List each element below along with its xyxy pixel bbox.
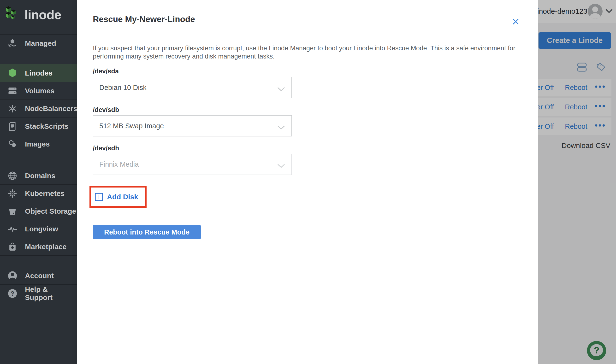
- sidebar-item-label: Managed: [25, 39, 56, 48]
- sidebar-item-label: Account: [25, 272, 54, 280]
- chevron-down-icon: [277, 162, 285, 170]
- select-dev-sdh-value: Finnix Media: [99, 160, 139, 168]
- help-icon: ?: [0, 288, 25, 299]
- domains-icon: [0, 170, 25, 181]
- sidebar: linode Managed Linodes Volumes NodeB: [0, 0, 77, 364]
- field-label-dev-sda: /dev/sda: [93, 68, 119, 75]
- select-dev-sdh[interactable]: Finnix Media: [93, 154, 292, 175]
- object-storage-icon: [0, 206, 25, 217]
- select-dev-sdb[interactable]: 512 MB Swap Image: [93, 115, 292, 136]
- sidebar-item-label: Longview: [25, 225, 58, 233]
- select-dev-sdb-value: 512 MB Swap Image: [99, 122, 164, 130]
- reboot-into-rescue-mode-button[interactable]: Reboot into Rescue Mode: [93, 225, 201, 239]
- chevron-down-icon: [277, 124, 285, 132]
- sidebar-item-object-storage[interactable]: Object Storage: [0, 202, 77, 220]
- sidebar-nav: Managed Linodes Volumes NodeBalancers: [0, 34, 77, 302]
- sidebar-item-account[interactable]: Account: [0, 267, 77, 284]
- nodebalancers-icon: [0, 103, 25, 114]
- linode-logo-icon: [5, 6, 21, 24]
- annotation-highlight-box: Add Disk: [90, 186, 146, 208]
- volumes-icon: [0, 86, 25, 96]
- longview-icon: [0, 224, 25, 234]
- sidebar-item-label: Volumes: [25, 87, 54, 95]
- add-disk-label: Add Disk: [107, 193, 138, 201]
- sidebar-item-domains[interactable]: Domains: [0, 167, 77, 184]
- images-icon: [0, 139, 25, 149]
- kubernetes-icon: [0, 188, 25, 199]
- sidebar-divider: [0, 153, 77, 167]
- sidebar-item-label: Marketplace: [25, 243, 66, 251]
- sidebar-item-label: Images: [25, 140, 50, 148]
- modal-title: Rescue My-Newer-Linode: [93, 14, 195, 24]
- sidebar-divider: [0, 255, 77, 267]
- linode-logo-text: linode: [25, 8, 61, 21]
- sidebar-item-label: NodeBalancers: [25, 104, 77, 113]
- marketplace-icon: [0, 241, 25, 252]
- sidebar-item-nodebalancers[interactable]: NodeBalancers: [0, 100, 77, 117]
- sidebar-item-longview[interactable]: Longview: [0, 220, 77, 238]
- modal-description: If you suspect that your primary filesys…: [93, 44, 524, 60]
- sidebar-item-label: StackScripts: [25, 122, 69, 130]
- background-page: inode-demo123 Create a Linode er Off Reb…: [538, 0, 616, 364]
- close-icon: [512, 18, 520, 26]
- sidebar-item-images[interactable]: Images: [0, 135, 77, 153]
- svg-text:?: ?: [11, 290, 14, 297]
- sidebar-item-label: Kubernetes: [25, 189, 65, 198]
- close-button[interactable]: [511, 16, 521, 27]
- field-label-dev-sdb: /dev/sdb: [93, 106, 119, 114]
- modal-backdrop-overlay[interactable]: [538, 0, 616, 364]
- account-icon: [0, 270, 25, 281]
- chevron-down-icon: [277, 85, 285, 93]
- sidebar-item-label: Help & Support: [25, 285, 77, 302]
- rescue-modal: Rescue My-Newer-Linode If you suspect th…: [77, 0, 538, 364]
- sidebar-item-stackscripts[interactable]: StackScripts: [0, 117, 77, 135]
- sidebar-divider: [0, 52, 77, 64]
- sidebar-item-label: Linodes: [25, 69, 52, 77]
- select-dev-sda[interactable]: Debian 10 Disk: [93, 77, 292, 98]
- sidebar-item-help-support[interactable]: ? Help & Support: [0, 284, 77, 302]
- linodes-icon: [0, 68, 25, 79]
- managed-icon: [0, 38, 25, 49]
- select-dev-sda-value: Debian 10 Disk: [99, 84, 146, 91]
- sidebar-item-volumes[interactable]: Volumes: [0, 82, 77, 100]
- stackscripts-icon: [0, 121, 25, 132]
- linode-logo[interactable]: linode: [5, 6, 61, 24]
- sidebar-item-linodes[interactable]: Linodes: [0, 64, 77, 82]
- sidebar-item-managed[interactable]: Managed: [0, 35, 77, 52]
- sidebar-item-label: Object Storage: [25, 207, 76, 215]
- add-disk-button[interactable]: Add Disk: [95, 193, 138, 201]
- plus-square-icon: [95, 193, 103, 201]
- sidebar-item-marketplace[interactable]: Marketplace: [0, 238, 77, 255]
- sidebar-item-kubernetes[interactable]: Kubernetes: [0, 184, 77, 202]
- sidebar-item-label: Domains: [25, 172, 55, 180]
- field-label-dev-sdh: /dev/sdh: [93, 144, 119, 152]
